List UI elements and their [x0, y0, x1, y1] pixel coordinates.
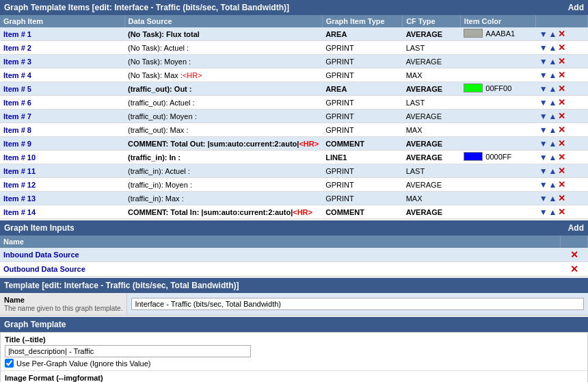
- delete-icon[interactable]: ✕: [558, 152, 565, 162]
- type-cell: GPRINT: [322, 192, 402, 205]
- move-down-icon[interactable]: ▼: [539, 153, 548, 162]
- move-up-icon[interactable]: ▲: [549, 71, 557, 80]
- graph-template-title: Graph Template: [4, 320, 66, 329]
- datasource-cell: (traffic_out): Max :: [124, 123, 322, 137]
- move-up-icon[interactable]: ▲: [549, 112, 557, 121]
- move-down-icon[interactable]: ▼: [539, 166, 548, 176]
- col-header-actions: [536, 15, 588, 27]
- move-up-icon[interactable]: ▲: [549, 153, 557, 162]
- graph-template-items-section: Graph Template Items [edit: Interface - …: [0, 0, 588, 219]
- move-up-icon[interactable]: ▲: [549, 166, 557, 176]
- delete-icon[interactable]: ✕: [558, 193, 565, 203]
- move-down-icon[interactable]: ▼: [539, 29, 548, 39]
- col-header-cf: CF Type: [403, 15, 461, 27]
- title-row: Title (--title) Use Per-Graph Value (Ign…: [1, 333, 587, 371]
- move-down-icon[interactable]: ▼: [539, 43, 548, 53]
- item-name-cell: Item # 3: [0, 55, 124, 68]
- item-name-cell: Item # 5: [0, 82, 124, 96]
- type-cell: GPRINT: [322, 164, 402, 178]
- move-up-icon[interactable]: ▲: [549, 57, 557, 66]
- move-down-icon[interactable]: ▼: [539, 84, 548, 94]
- graph-item-inputs-add[interactable]: Add: [568, 223, 584, 233]
- gt-imgformat-label: Image Format (--imgformat): [5, 374, 583, 382]
- delete-icon[interactable]: ✕: [558, 70, 565, 80]
- delete-icon[interactable]: ✕: [558, 179, 565, 190]
- input-delete-icon[interactable]: ✕: [570, 249, 578, 260]
- move-up-icon[interactable]: ▲: [549, 180, 557, 190]
- move-up-icon[interactable]: ▲: [549, 84, 557, 94]
- col-header-datasource: Data Source: [124, 15, 322, 27]
- move-up-icon[interactable]: ▲: [549, 125, 557, 135]
- table-row: Item # 8(traffic_out): Max :GPRINTMAX ▼ …: [0, 123, 588, 137]
- delete-icon[interactable]: ✕: [558, 97, 565, 107]
- action-cell: ▼ ▲ ✕: [536, 205, 588, 219]
- move-up-icon[interactable]: ▲: [549, 207, 557, 217]
- item-name-cell: Item # 4: [0, 68, 124, 82]
- move-down-icon[interactable]: ▼: [539, 180, 548, 190]
- cf-cell: AVERAGE: [403, 137, 461, 151]
- color-cell: [460, 96, 535, 99]
- input-delete-cell: ✕: [561, 262, 588, 277]
- move-up-icon[interactable]: ▲: [549, 29, 557, 39]
- action-cell: ▼ ▲ ✕: [536, 27, 588, 41]
- move-down-icon[interactable]: ▼: [539, 194, 548, 203]
- delete-icon[interactable]: ✕: [558, 84, 565, 94]
- gt-title-checkbox-label: Use Per-Graph Value (Ignore this Value): [16, 359, 150, 368]
- move-down-icon[interactable]: ▼: [539, 57, 548, 66]
- delete-icon[interactable]: ✕: [558, 56, 565, 66]
- template-name-label-cell: Name The name given to this graph templa…: [0, 293, 127, 316]
- move-up-icon[interactable]: ▲: [549, 194, 557, 203]
- delete-icon[interactable]: ✕: [558, 138, 565, 149]
- color-cell: [460, 41, 535, 44]
- delete-icon[interactable]: ✕: [558, 166, 565, 176]
- type-cell: AREA: [322, 82, 402, 96]
- template-table: Name The name given to this graph templa…: [0, 293, 588, 316]
- inputs-name-header: Name: [0, 235, 561, 248]
- template-name-input[interactable]: [131, 298, 584, 310]
- cf-cell: AVERAGE: [403, 110, 461, 123]
- move-down-icon[interactable]: ▼: [539, 207, 548, 217]
- graph-item-inputs-header: Graph Item Inputs Add: [0, 220, 588, 235]
- datasource-cell: (traffic_out): Actuel :: [124, 96, 322, 110]
- move-down-icon[interactable]: ▼: [539, 98, 548, 107]
- delete-icon[interactable]: ✕: [558, 29, 565, 39]
- delete-icon[interactable]: ✕: [558, 42, 565, 53]
- table-row: Item # 7(traffic_out): Moyen :GPRINTAVER…: [0, 110, 588, 123]
- delete-icon[interactable]: ✕: [558, 125, 565, 135]
- color-swatch: [464, 29, 483, 38]
- item-name-cell: Item # 9: [0, 137, 124, 151]
- move-down-icon[interactable]: ▼: [539, 125, 548, 135]
- move-up-icon[interactable]: ▲: [549, 98, 557, 107]
- color-cell: [460, 205, 535, 208]
- move-down-icon[interactable]: ▼: [539, 139, 548, 149]
- move-down-icon[interactable]: ▼: [539, 71, 548, 80]
- cf-cell: MAX: [403, 123, 461, 137]
- item-name-cell: Item # 10: [0, 151, 124, 164]
- type-cell: COMMENT: [322, 137, 402, 151]
- template-name-row: Name The name given to this graph templa…: [0, 293, 588, 316]
- graph-template-items-add[interactable]: Add: [568, 3, 584, 12]
- color-cell: 0000FF: [460, 151, 535, 162]
- move-down-icon[interactable]: ▼: [539, 112, 548, 121]
- item-name-cell: Item # 11: [0, 164, 124, 178]
- col-header-type: Graph Item Type: [322, 15, 402, 27]
- datasource-cell: (traffic_in): In :: [124, 151, 322, 164]
- gt-title-checkbox[interactable]: [5, 359, 14, 368]
- color-cell: [460, 137, 535, 140]
- input-delete-icon[interactable]: ✕: [570, 264, 578, 275]
- datasource-cell: (traffic_out): Out :: [124, 82, 322, 96]
- color-cell: [460, 192, 535, 194]
- move-up-icon[interactable]: ▲: [549, 43, 557, 53]
- input-name-cell: Outbound Data Source: [0, 262, 561, 277]
- delete-icon[interactable]: ✕: [558, 207, 565, 217]
- type-cell: GPRINT: [322, 178, 402, 192]
- action-cell: ▼ ▲ ✕: [536, 82, 588, 96]
- delete-icon[interactable]: ✕: [558, 111, 565, 121]
- gt-title-input[interactable]: [5, 345, 251, 357]
- cf-cell: LAST: [403, 164, 461, 178]
- type-cell: LINE1: [322, 151, 402, 164]
- move-up-icon[interactable]: ▲: [549, 139, 557, 149]
- type-cell: GPRINT: [322, 96, 402, 110]
- action-cell: ▼ ▲ ✕: [536, 68, 588, 82]
- cf-cell: MAX: [403, 192, 461, 205]
